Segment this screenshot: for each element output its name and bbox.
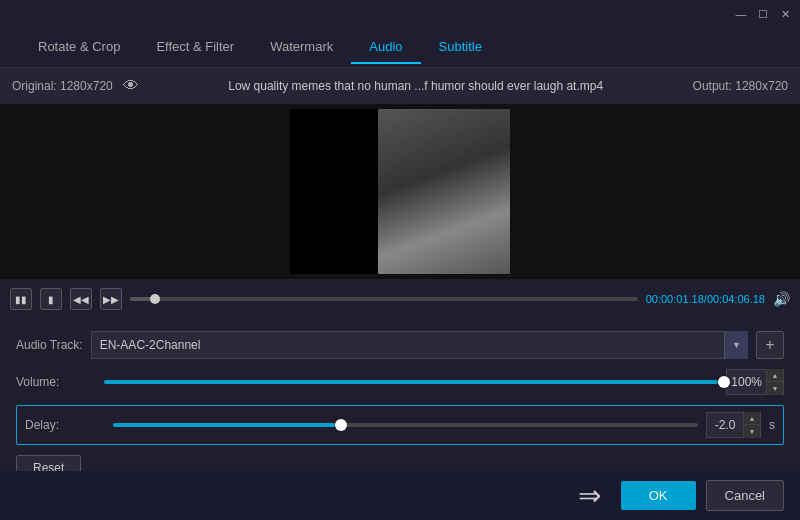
delay-down-button[interactable]: ▼ xyxy=(744,425,760,438)
preview-area xyxy=(0,104,800,279)
controls-panel: Audio Track: EN-AAC-2Channel ▼ + Volume:… xyxy=(0,319,800,493)
audio-track-select[interactable]: EN-AAC-2Channel xyxy=(91,331,748,359)
volume-slider-thumb[interactable] xyxy=(718,376,730,388)
minimize-button[interactable]: — xyxy=(734,7,748,21)
delay-up-button[interactable]: ▲ xyxy=(744,412,760,425)
bottom-bar: ⇒ OK Cancel xyxy=(0,471,800,520)
file-name: Low quality memes that no human ...f hum… xyxy=(149,79,683,93)
delay-row-container: Delay: -2.0 ▲ ▼ s xyxy=(16,405,784,445)
tab-subtitle[interactable]: Subtitle xyxy=(421,31,500,64)
add-audio-track-button[interactable]: + xyxy=(756,331,784,359)
transport-bar: ▮▮ ▮ ◀◀ ▶▶ 00:00:01.18/00:04:06.18 🔊 xyxy=(0,279,800,319)
volume-value: 100% xyxy=(727,375,766,389)
current-time: 00:00:01.18 xyxy=(646,293,704,305)
next-button[interactable]: ▶▶ xyxy=(100,288,122,310)
timeline-thumb[interactable] xyxy=(150,294,160,304)
cancel-button[interactable]: Cancel xyxy=(706,480,784,511)
audio-track-select-wrapper: EN-AAC-2Channel ▼ xyxy=(91,331,748,359)
title-bar: — ☐ ✕ xyxy=(0,0,800,28)
pause-button[interactable]: ▮▮ xyxy=(10,288,32,310)
volume-row: Volume: 100% ▲ ▼ xyxy=(16,369,784,395)
arrow-icon: ⇒ xyxy=(578,479,601,512)
close-button[interactable]: ✕ xyxy=(778,7,792,21)
time-display: 00:00:01.18/00:04:06.18 xyxy=(646,293,765,305)
delay-slider-track xyxy=(113,423,698,427)
delay-slider-wrapper[interactable] xyxy=(113,418,698,432)
delay-row: Delay: -2.0 ▲ ▼ s xyxy=(25,412,775,438)
delay-slider-thumb[interactable] xyxy=(335,419,347,431)
volume-slider-track xyxy=(104,380,718,384)
stop-button[interactable]: ▮ xyxy=(40,288,62,310)
delay-value-box: -2.0 ▲ ▼ xyxy=(706,412,761,438)
delay-label: Delay: xyxy=(25,418,105,432)
tab-watermark[interactable]: Watermark xyxy=(252,31,351,64)
ok-button[interactable]: OK xyxy=(621,481,696,510)
video-frame xyxy=(290,109,510,274)
timeline-track[interactable] xyxy=(130,297,638,301)
volume-up-button[interactable]: ▲ xyxy=(767,369,783,382)
audio-track-label: Audio Track: xyxy=(16,338,83,352)
delay-unit-label: s xyxy=(769,418,775,432)
volume-down-button[interactable]: ▼ xyxy=(767,382,783,395)
eye-icon[interactable]: 👁 xyxy=(123,77,139,95)
delay-spinners: ▲ ▼ xyxy=(743,412,760,438)
maximize-button[interactable]: ☐ xyxy=(756,7,770,21)
tab-effect-filter[interactable]: Effect & Filter xyxy=(138,31,252,64)
tab-audio[interactable]: Audio xyxy=(351,31,420,64)
info-bar: Original: 1280x720 👁 Low quality memes t… xyxy=(0,68,800,104)
output-resolution: Output: 1280x720 xyxy=(693,79,788,93)
tab-bar: Rotate & Crop Effect & Filter Watermark … xyxy=(0,28,800,68)
original-resolution: Original: 1280x720 xyxy=(12,79,113,93)
volume-icon[interactable]: 🔊 xyxy=(773,291,790,307)
delay-slider-fill xyxy=(113,423,335,427)
volume-spinners: ▲ ▼ xyxy=(766,369,783,395)
total-time: 00:04:06.18 xyxy=(707,293,765,305)
volume-label: Volume: xyxy=(16,375,96,389)
volume-slider-fill xyxy=(104,380,718,384)
delay-value: -2.0 xyxy=(707,418,743,432)
prev-button[interactable]: ◀◀ xyxy=(70,288,92,310)
tab-rotate-crop[interactable]: Rotate & Crop xyxy=(20,31,138,64)
volume-value-box: 100% ▲ ▼ xyxy=(726,369,784,395)
volume-slider-wrapper[interactable] xyxy=(104,375,718,389)
audio-track-row: Audio Track: EN-AAC-2Channel ▼ + xyxy=(16,331,784,359)
